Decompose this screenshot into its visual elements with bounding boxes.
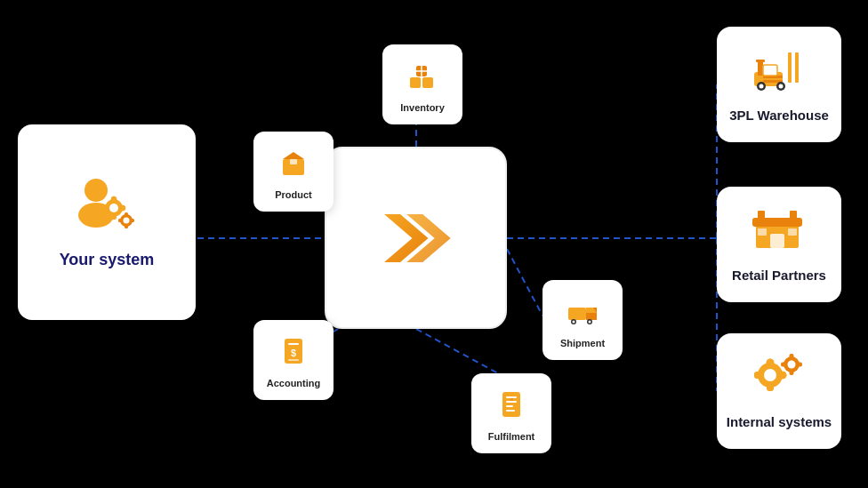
retail-icon [751,205,808,262]
fulfilment-card: ≡ Fulfilment [471,373,551,453]
svg-rect-83 [790,370,794,375]
svg-rect-67 [770,234,784,248]
svg-rect-75 [767,383,774,391]
svg-rect-39 [288,359,299,361]
inventory-icon [401,54,444,97]
svg-rect-37 [288,343,299,345]
svg-rect-82 [790,354,794,359]
your-system-icon [71,174,142,245]
shipment-icon [561,290,604,332]
inventory-label: Inventory [400,102,445,114]
your-system-label: Your system [60,251,155,270]
svg-rect-28 [410,77,421,88]
retail-partners-card: Retail Partners [717,187,841,302]
svg-rect-16 [102,205,109,211]
accounting-card: $ Accounting [253,320,334,400]
svg-rect-50 [506,405,513,407]
svg-rect-54 [758,61,763,76]
svg-rect-23 [125,224,128,228]
svg-point-59 [760,84,764,89]
internal-systems-label: Internal systems [727,414,832,430]
fulfilment-icon: ≡ [490,383,533,426]
accounting-icon: $ [272,330,315,372]
svg-point-45 [573,321,575,324]
3pl-icon [751,45,808,102]
shipment-card: Shipment [542,280,623,360]
svg-rect-76 [754,372,762,379]
svg-rect-40 [568,308,586,320]
svg-rect-25 [130,219,134,222]
svg-rect-29 [422,77,433,88]
svg-rect-85 [797,363,802,367]
product-icon [272,141,315,184]
your-system-card: Your system [18,124,196,320]
svg-rect-55 [756,60,765,62]
svg-rect-62 [788,52,792,83]
3pl-warehouse-card: 3PL Warehouse [717,27,841,142]
hub-card [325,147,507,329]
internal-systems-card: Internal systems [717,333,841,449]
svg-rect-84 [781,363,786,367]
svg-point-13 [109,204,118,212]
svg-rect-51 [506,410,515,412]
svg-text:≡: ≡ [510,396,513,403]
svg-rect-15 [111,212,117,220]
svg-rect-24 [118,219,123,222]
svg-rect-69 [788,228,797,236]
accounting-label: Accounting [267,378,321,389]
svg-point-61 [779,84,784,89]
inventory-card: Inventory [382,44,462,124]
3pl-warehouse-label: 3PL Warehouse [729,108,829,124]
svg-marker-34 [283,152,304,159]
retail-partners-label: Retail Partners [732,268,826,284]
fulfilment-label: Fulfilment [488,431,535,443]
svg-point-10 [84,179,108,202]
svg-point-81 [788,361,796,369]
svg-rect-22 [125,212,128,217]
svg-text:$: $ [291,348,296,358]
shipment-label: Shipment [560,338,605,349]
internal-systems-icon [751,352,808,409]
svg-rect-35 [290,159,297,164]
product-label: Product [275,189,312,201]
diagram: Your system I [0,0,868,488]
product-card: Product [253,132,334,212]
svg-point-46 [589,321,591,324]
svg-rect-71 [790,211,797,220]
svg-line-4 [416,329,498,373]
svg-rect-63 [795,52,799,83]
hub-chevron-icon [376,198,456,278]
svg-rect-64 [763,65,777,76]
svg-line-5 [507,249,542,316]
svg-point-73 [764,369,776,381]
svg-rect-68 [758,228,767,236]
svg-rect-70 [758,211,765,220]
svg-point-21 [124,218,130,224]
